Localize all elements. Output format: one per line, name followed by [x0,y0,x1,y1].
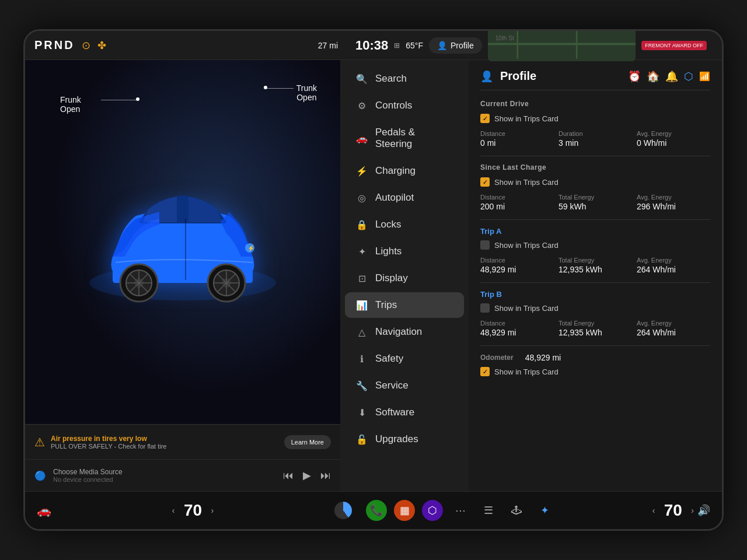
odometer-checkbox-label: Show in Trips Card [494,368,558,376]
alert-bar: ⚠ Air pressure in tires very low PULL OV… [25,424,340,459]
trip-a-stats: Distance 48,929 mi Total Energy 12,935 k… [480,257,710,274]
gamepad-button[interactable]: 🕹 [506,500,527,521]
menu-item-charging[interactable]: ⚡ Charging [345,158,464,184]
menu-item-safety[interactable]: ℹ Safety [345,346,464,372]
menu-item-search[interactable]: 🔍 Search [345,66,464,92]
range-display: 27 mi [318,41,338,50]
menu-label-autopilot: Autopilot [375,192,414,204]
learn-more-button[interactable]: Learn More [284,435,331,449]
since-charge-checkbox-label: Show in Trips Card [494,178,558,187]
speed-value-right: 70 [658,501,687,520]
stat-label-distance-charge: Distance [480,194,554,201]
speed-down-left[interactable]: ‹ [172,506,175,515]
speed-down-right[interactable]: ‹ [652,506,655,515]
next-button[interactable]: ⏭ [320,470,331,482]
trip-b-checkbox[interactable]: ✓ [480,303,490,313]
stat-value-distance-a: 48,929 mi [480,265,554,274]
frunk-line [101,100,136,100]
voice-button[interactable]: ⬡ [422,500,443,521]
separator-icon: ⊞ [394,41,400,50]
stat-value-total-energy-b: 12,935 kWh [558,328,632,337]
menu-item-upgrades[interactable]: 🔓 Upgrades [345,426,464,452]
stat-value-distance-b: 48,929 mi [480,328,554,337]
menu-item-software[interactable]: ⬇ Software [345,400,464,425]
window-reflect-2 [189,197,222,222]
speed-up-right[interactable]: › [691,506,694,515]
bluetooth-taskbar-icon[interactable]: ✦ [534,500,555,521]
person-icon: 👤 [437,41,447,50]
menu-item-pedals[interactable]: 🚗 Pedals & Steering [345,120,464,157]
taskbar-icons: 📞 ▦ ⬡ ⋯ ☰ 🕹 ✦ [366,500,555,521]
menu-label-search: Search [375,73,407,85]
trunk-dot [264,86,267,89]
menu-label-upgrades: Upgrades [375,433,418,445]
menu-item-navigation[interactable]: △ Navigation [345,319,464,345]
display-icon: ⊡ [355,273,368,284]
stat-label-avg-energy-a: Avg. Energy [637,257,710,264]
bell-icon: 🔔 [665,70,678,83]
stat-label-distance-b: Distance [480,320,554,327]
profile-button[interactable]: 👤 Profile [429,37,482,54]
trip-b-stats: Distance 48,929 mi Total Energy 12,935 k… [480,320,710,337]
list-button[interactable]: ☰ [478,500,499,521]
menu-item-controls[interactable]: ⚙ Controls [345,93,464,118]
stat-value-avg-energy-b: 264 Wh/mi [637,328,710,337]
status-bar-right: 10:38 ⊞ 65°F 👤 Profile 10th St FREMONT A… [350,29,713,61]
stat-avg-energy-charge: Avg. Energy 296 Wh/mi [637,194,710,211]
menu-item-service[interactable]: 🔧 Service [345,373,464,398]
car-icon: 🚗 [37,503,51,517]
screen-container: PRND ⊙ ✤ 27 mi 10:38 ⊞ 65°F 👤 Profile 10… [23,29,724,531]
alert-subtitle: PULL OVER SAFELY - Check for flat tire [51,443,278,450]
service-icon: 🔧 [355,380,368,391]
trunk-label: Trunk Open [296,83,317,102]
stat-value-avg-energy-a: 264 Wh/mi [637,265,710,274]
prnd-display: PRND [34,38,75,52]
menu-item-lights[interactable]: ✦ Lights [345,239,464,264]
volume-icon[interactable]: 🔊 [697,504,710,517]
menu-label-safety: Safety [375,353,403,365]
phone-button[interactable]: 📞 [366,500,387,521]
since-charge-checkbox[interactable]: ✓ [480,177,490,187]
pedals-icon: 🚗 [355,133,368,144]
media-subtitle: No device connected [53,476,276,483]
menu-item-trips[interactable]: 📊 Trips [345,292,464,318]
map-preview: 10th St [488,29,636,61]
menu-item-locks[interactable]: 🔒 Locks [345,212,464,237]
speed-up-left[interactable]: › [211,506,214,515]
current-drive-checkbox-row: ✓ Show in Trips Card [480,114,710,123]
car-inner: Frunk Open Trunk Open [25,60,340,424]
stat-energy-current: Avg. Energy 0 Wh/mi [637,130,710,148]
navigation-icon: △ [355,327,368,338]
trip-a-checkbox[interactable]: ✓ [480,240,490,250]
menu-label-display: Display [375,272,408,284]
current-drive-checkbox[interactable]: ✓ [480,114,490,123]
profile-icons: ⏰ 🏠 🔔 ⬡ 📶 [628,70,710,83]
odometer-label: Odometer [480,354,514,362]
stat-value-distance-charge: 200 mi [480,202,554,211]
stat-value-total-energy-a: 12,935 kWh [558,265,632,274]
more-button[interactable]: ⋯ [450,500,471,521]
left-speed-display: ‹ 70 › [172,501,214,520]
since-charge-title: Since Last Charge [480,163,710,172]
stat-total-energy-a: Total Energy 12,935 kWh [558,257,632,274]
stat-avg-energy-b: Avg. Energy 264 Wh/mi [637,320,710,337]
stat-distance-b: Distance 48,929 mi [480,320,554,337]
play-button[interactable]: ▶ [303,469,311,482]
main-content: Frunk Open Trunk Open [25,60,722,491]
menu-item-autopilot[interactable]: ◎ Autopilot [345,185,464,211]
odometer-checkbox[interactable]: ✓ [480,367,490,376]
media-button[interactable]: ▦ [394,500,415,521]
frunk-dot [136,97,139,101]
prev-button[interactable]: ⏮ [283,470,294,482]
charging-icon: ⚡ [355,166,368,177]
divider-4 [480,345,710,346]
trips-icon: 📊 [355,300,368,311]
profile-label: Profile [451,41,474,50]
stat-value-avg-energy-charge: 296 Wh/mi [637,202,710,211]
speed-indicator [334,502,352,519]
trip-b-checkbox-row: ✓ Show in Trips Card [480,303,710,313]
menu-item-display[interactable]: ⊡ Display [345,265,464,291]
menu-label-software: Software [375,407,414,418]
menu-label-navigation: Navigation [375,326,422,338]
stat-avg-energy-a: Avg. Energy 264 Wh/mi [637,257,710,274]
